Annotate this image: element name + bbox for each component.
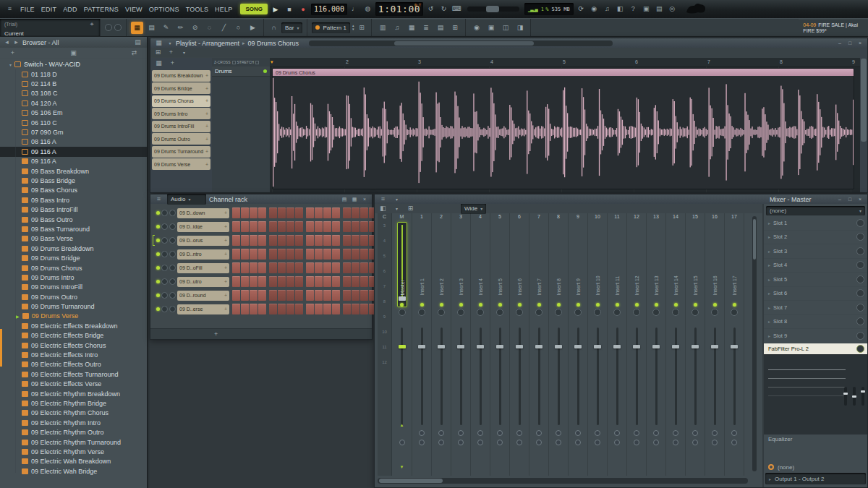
eq-band2-fader[interactable] <box>853 387 856 406</box>
paint-tool-icon[interactable]: ✏ <box>174 22 187 34</box>
midi-keyboard-icon[interactable]: ♫ <box>602 4 613 14</box>
strip-led[interactable] <box>576 303 580 307</box>
step-button[interactable] <box>232 290 240 301</box>
step-button[interactable] <box>343 235 351 246</box>
step-button[interactable] <box>315 249 323 260</box>
browser-item[interactable]: 09 Bass IntroFill <box>0 205 147 214</box>
channel-select-indicator[interactable] <box>153 221 155 232</box>
channel-button[interactable]: 09 D..oFill+ <box>177 263 229 273</box>
step-button[interactable] <box>241 207 249 218</box>
channel-fader[interactable] <box>597 328 599 425</box>
pattern-clip-button[interactable]: 09 Drums Turnaround+ <box>152 146 210 158</box>
mixer-slot-plugin[interactable]: FabFilter Pro-L 2 <box>764 343 867 354</box>
pan-knob[interactable] <box>516 309 523 316</box>
slice-tool-icon[interactable]: ╱ <box>218 22 230 34</box>
pattern-selector[interactable]: Pattern 1 <box>312 22 349 33</box>
step-button[interactable] <box>306 221 314 232</box>
channel-select-indicator[interactable] <box>153 304 155 314</box>
channel-button[interactable]: 09 D..orus+ <box>177 236 229 246</box>
step-button[interactable] <box>258 262 266 273</box>
pattern-clip-button[interactable]: 09 Drums Verse+ <box>152 158 210 170</box>
menu-edit[interactable]: EDIT <box>41 6 56 13</box>
overdub-icon[interactable]: ◉ <box>589 4 600 14</box>
strip-led[interactable] <box>537 303 541 307</box>
pattern-stepper[interactable]: ▴▾ <box>352 24 354 31</box>
step-button[interactable] <box>278 276 286 287</box>
channel-enable-led[interactable] <box>156 307 160 311</box>
step-button[interactable] <box>250 290 258 301</box>
step-button[interactable] <box>258 221 266 232</box>
mixer-insert-strip[interactable]: 17Insert 17 <box>725 213 744 476</box>
step-button[interactable] <box>352 304 359 314</box>
channel-fader[interactable] <box>480 328 482 425</box>
step-button[interactable] <box>269 276 277 287</box>
channel-fader[interactable] <box>694 328 697 425</box>
mixer-current-strip[interactable]: C3456789101112 <box>378 213 392 476</box>
menu-patterns[interactable]: PATTERNS <box>84 6 119 13</box>
slot-mix-knob[interactable] <box>856 345 864 353</box>
send-knob[interactable] <box>673 430 678 436</box>
clip-source-icon[interactable]: ⊞ <box>153 47 163 58</box>
undo-icon[interactable]: ↺ <box>425 4 436 14</box>
plugin-slot-selector[interactable]: (none) ▾ <box>766 206 865 215</box>
strip-led[interactable] <box>459 303 463 307</box>
step-button[interactable] <box>343 221 351 232</box>
step-button[interactable] <box>258 207 266 218</box>
send-knob[interactable] <box>595 430 600 436</box>
volume-knob[interactable] <box>169 292 176 299</box>
cpu-panel[interactable]: ▁▃▂▄ 1 % 535 MB <box>524 3 574 15</box>
browser-item[interactable]: 09 Electric Rhythm Intro <box>0 418 147 427</box>
slider-thumb[interactable] <box>486 6 499 12</box>
stop-button[interactable]: ■ <box>284 4 295 15</box>
channel-enable-led[interactable] <box>156 266 160 270</box>
pan-knob[interactable] <box>161 306 168 312</box>
step-button[interactable] <box>306 249 314 260</box>
playlist-titlebar[interactable]: ▦ ▾ Playlist - Arrangement ▸ 09 Drums Ch… <box>150 38 867 48</box>
step-button[interactable] <box>241 262 249 273</box>
close-button[interactable]: × <box>360 195 369 203</box>
mixer-master-strip[interactable]: MMaster▲▼ <box>392 213 412 476</box>
folder-icon[interactable]: ▣ <box>68 48 79 59</box>
options-icon[interactable]: ◨ <box>514 22 526 34</box>
fader-handle[interactable] <box>711 345 718 348</box>
browser-item[interactable]: 09 116 A <box>0 147 147 156</box>
step-button[interactable] <box>258 304 266 314</box>
channel-select-indicator[interactable] <box>153 207 155 218</box>
browser-item[interactable]: 09 Electric Rhythm Bridge <box>0 398 147 408</box>
channel-select-indicator[interactable] <box>153 276 155 287</box>
volume-knob[interactable] <box>169 278 176 285</box>
minimize-button[interactable]: – <box>835 39 844 47</box>
step-button[interactable] <box>343 304 351 314</box>
strip-led[interactable] <box>440 303 443 307</box>
route-toggle[interactable] <box>595 440 600 445</box>
menu-options[interactable]: OPTIONS <box>149 6 179 13</box>
step-button[interactable] <box>278 221 286 232</box>
route-toggle[interactable] <box>516 440 522 445</box>
metronome-icon[interactable]: ♩ <box>349 4 360 14</box>
step-button[interactable] <box>241 290 249 301</box>
browser-item[interactable]: 09 Drums Chorus <box>0 263 147 273</box>
volume-knob[interactable] <box>169 237 176 244</box>
browser-item[interactable]: 09 Electric Effects Intro <box>0 350 147 359</box>
step-button[interactable] <box>295 290 303 301</box>
step-button[interactable] <box>269 290 277 301</box>
mixer-insert-strip[interactable]: 3Insert 3 <box>451 213 471 476</box>
scroll-thumb[interactable] <box>753 219 756 260</box>
step-button[interactable] <box>332 221 340 232</box>
browser-item[interactable]: 09 116 A <box>0 157 147 166</box>
strip-led[interactable] <box>498 303 502 307</box>
channel-fader[interactable] <box>460 328 462 425</box>
step-button[interactable] <box>286 304 294 314</box>
browser-item[interactable]: 07 090 Gm <box>0 127 147 137</box>
pan-knob[interactable] <box>418 309 425 316</box>
step-button[interactable] <box>250 304 258 314</box>
step-button[interactable] <box>343 207 351 218</box>
step-button[interactable] <box>315 262 323 273</box>
step-button[interactable] <box>315 235 323 246</box>
fader-handle[interactable] <box>594 345 601 348</box>
browser-item[interactable]: 09 Bass Turnaround <box>0 224 147 234</box>
browser-item[interactable]: 09 Drums Intro <box>0 273 147 282</box>
browser-item[interactable]: 09 Drums Outro <box>0 292 147 301</box>
pan-knob[interactable] <box>161 278 168 285</box>
send-knob[interactable] <box>712 430 718 436</box>
